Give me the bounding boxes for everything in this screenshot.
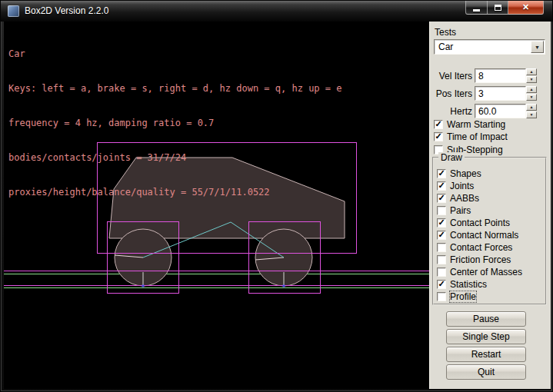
hertz-down-button[interactable]: ▼ bbox=[526, 111, 537, 118]
checkbox-box[interactable]: ✓ bbox=[437, 231, 446, 240]
vel-iters-up-button[interactable]: ▲ bbox=[526, 68, 537, 75]
draw-group-box: Draw ✓ Shapes ✓ Joints ✓ AABBs Pairs bbox=[432, 157, 547, 305]
checkbox-box[interactable]: ✓ bbox=[437, 169, 446, 178]
test-title-text: Car bbox=[8, 48, 341, 60]
minimize-icon bbox=[473, 9, 480, 12]
pos-iters-down-button[interactable]: ▼ bbox=[526, 94, 537, 101]
draw-group-title: Draw bbox=[438, 152, 465, 163]
maximize-button[interactable] bbox=[488, 1, 508, 15]
checkbox-box[interactable] bbox=[437, 267, 446, 277]
checkbox-joints[interactable]: ✓ Joints bbox=[437, 181, 474, 191]
close-button[interactable]: ✕ bbox=[508, 1, 544, 15]
checkbox-center-of-masses[interactable]: Center of Masses bbox=[437, 267, 522, 277]
pos-iters-spinner: ▲ ▼ bbox=[526, 86, 537, 101]
close-icon: ✕ bbox=[522, 3, 529, 12]
checkbox-shapes[interactable]: ✓ Shapes bbox=[437, 168, 481, 179]
checkbox-box[interactable]: ✓ bbox=[437, 218, 446, 228]
check-icon: ✓ bbox=[438, 280, 445, 288]
dropdown-arrow-icon[interactable]: ▼ bbox=[531, 41, 544, 53]
proxies-stats-text: proxies/height/balance/quality = 55/7/1/… bbox=[8, 187, 341, 198]
tests-label: Tests bbox=[435, 27, 456, 38]
check-icon: ✓ bbox=[438, 181, 445, 190]
checkbox-statistics[interactable]: ✓ Statistics bbox=[437, 279, 487, 290]
check-icon: ✓ bbox=[435, 132, 441, 141]
right-contact-point bbox=[283, 285, 285, 287]
checkbox-contact-forces[interactable]: Contact Forces bbox=[437, 242, 512, 253]
checkbox-aabbs[interactable]: ✓ AABBs bbox=[437, 193, 479, 204]
checkbox-box[interactable]: ✓ bbox=[437, 280, 446, 289]
hertz-input[interactable]: 60.0 bbox=[475, 104, 526, 118]
pos-iters-input[interactable]: 3 bbox=[475, 86, 526, 101]
check-icon: ✓ bbox=[438, 194, 445, 202]
checkbox-box[interactable]: ✓ bbox=[434, 120, 443, 129]
maximize-icon bbox=[495, 5, 501, 11]
left-contact-point bbox=[142, 285, 145, 287]
stats-overlay: Car Keys: left = a, brake = s, right = d… bbox=[8, 25, 341, 221]
window-title: Box2D Version 2.2.0 bbox=[25, 5, 108, 16]
window-content: Car Keys: left = a, brake = s, right = d… bbox=[4, 22, 551, 389]
keys-help-text: Keys: left = a, brake = s, right = d, hz… bbox=[8, 83, 341, 95]
vel-iters-down-button[interactable]: ▼ bbox=[526, 76, 537, 83]
tests-dropdown[interactable]: Car ▼ bbox=[434, 39, 545, 55]
hertz-row: Hertz 60.0 ▲ ▼ bbox=[430, 104, 551, 119]
titlebar[interactable]: Box2D Version 2.2.0 ✕ bbox=[1, 1, 552, 22]
minimize-button[interactable] bbox=[465, 1, 488, 15]
checkbox-box[interactable]: ✓ bbox=[437, 181, 446, 191]
pos-iters-label: Pos Iters bbox=[430, 88, 472, 99]
vel-iters-row: Vel Iters 8 ▲ ▼ bbox=[430, 68, 551, 84]
restart-button[interactable]: Restart bbox=[446, 347, 526, 362]
checkbox-box[interactable] bbox=[437, 255, 446, 264]
checkbox-warm-starting[interactable]: ✓ Warm Starting bbox=[434, 119, 505, 130]
check-icon: ✓ bbox=[435, 120, 441, 128]
vel-iters-label: Vel Iters bbox=[430, 71, 472, 81]
pos-iters-up-button[interactable]: ▲ bbox=[526, 86, 537, 93]
check-icon: ✓ bbox=[438, 218, 445, 227]
checkbox-box[interactable]: ✓ bbox=[434, 132, 443, 141]
checkbox-pairs[interactable]: Pairs bbox=[437, 205, 471, 216]
frequency-text: frequency = 4 hz, damping ratio = 0.7 bbox=[8, 118, 341, 129]
bodies-stats-text: bodies/contacts/joints = 31/7/24 bbox=[8, 152, 341, 164]
checkbox-box[interactable]: ✓ bbox=[437, 194, 446, 203]
checkbox-contact-points[interactable]: ✓ Contact Points bbox=[437, 218, 510, 228]
single-step-button[interactable]: Single Step bbox=[446, 329, 526, 344]
checkbox-box[interactable] bbox=[437, 243, 446, 252]
check-icon: ✓ bbox=[438, 231, 445, 239]
hertz-label: Hertz bbox=[430, 106, 472, 117]
checkbox-box[interactable] bbox=[437, 206, 446, 215]
control-panel: Tests Car ▼ Vel Iters 8 ▲ ▼ Pos Iters 3 … bbox=[429, 22, 551, 389]
vel-iters-input[interactable]: 8 bbox=[475, 68, 526, 83]
checkbox-time-of-impact[interactable]: ✓ Time of Impact bbox=[434, 131, 508, 142]
checkbox-profile[interactable]: Profile bbox=[437, 291, 476, 302]
checkbox-contact-normals[interactable]: ✓ Contact Normals bbox=[437, 230, 518, 241]
app-icon bbox=[8, 5, 19, 17]
checkbox-box[interactable] bbox=[437, 292, 446, 301]
app-window: Box2D Version 2.2.0 ✕ bbox=[0, 0, 553, 392]
quit-button[interactable]: Quit bbox=[446, 364, 526, 380]
tests-dropdown-value: Car bbox=[438, 42, 453, 52]
window-controls: ✕ bbox=[465, 1, 544, 15]
simulation-canvas[interactable]: Car Keys: left = a, brake = s, right = d… bbox=[4, 22, 429, 389]
check-icon: ✓ bbox=[438, 169, 445, 178]
pause-button[interactable]: Pause bbox=[446, 311, 526, 327]
hertz-spinner: ▲ ▼ bbox=[526, 104, 537, 119]
hertz-up-button[interactable]: ▲ bbox=[526, 104, 537, 111]
vel-iters-spinner: ▲ ▼ bbox=[526, 68, 537, 84]
checkbox-friction-forces[interactable]: Friction Forces bbox=[437, 254, 511, 265]
pos-iters-row: Pos Iters 3 ▲ ▼ bbox=[430, 86, 551, 101]
